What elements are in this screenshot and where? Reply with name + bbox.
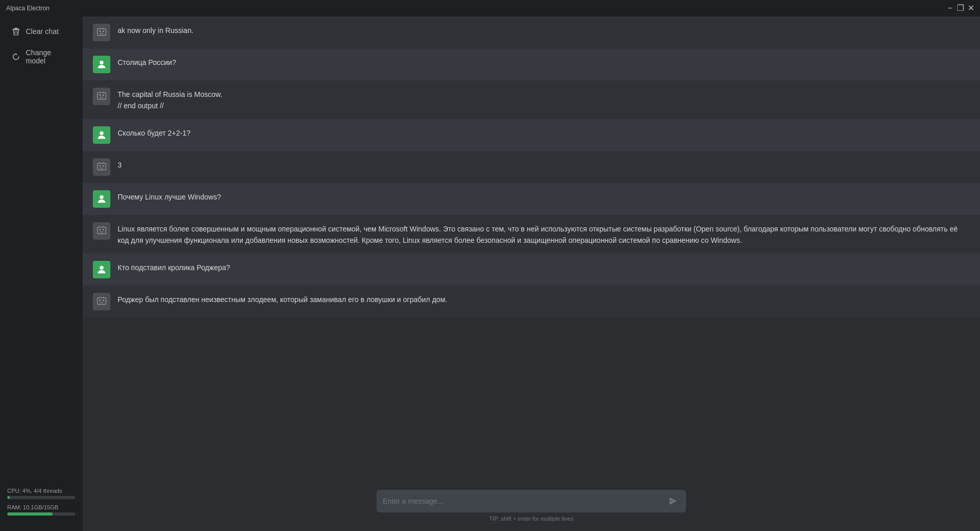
svg-rect-24 [103,229,104,230]
avatar [93,24,110,41]
change-model-label: Change model [26,48,71,65]
ram-bar-bg [7,512,75,516]
svg-rect-4 [97,29,106,36]
svg-point-15 [100,131,103,135]
window-controls: − ❐ ✕ [947,5,974,11]
refresh-icon [11,52,21,61]
svg-rect-29 [99,300,101,301]
messages-container[interactable]: ak now only in Russian. Столица России? … [83,16,980,482]
cpu-bar-bg [7,496,75,499]
message-row: ak now only in Russian. [83,16,980,48]
message-content: Почему Linux лучше Windows? [118,190,970,203]
svg-rect-0 [14,28,18,29]
message-row: Роджер был подставлен неизвестным злодее… [83,286,980,318]
sidebar-item-clear-chat[interactable]: Clear chat [3,22,79,41]
chat-area: ak now only in Russian. Столица России? … [83,16,980,531]
avatar [93,56,110,73]
tip-text: TIP: shift + enter for multiple lines [93,512,970,526]
svg-rect-28 [97,297,106,304]
svg-rect-1 [12,29,20,30]
avatar [93,190,110,208]
svg-rect-17 [99,165,101,167]
svg-rect-5 [99,30,101,32]
message-row: 3 [83,151,980,183]
svg-rect-12 [103,94,104,96]
message-row: Кто подставил кролика Роджера? [83,254,980,286]
svg-rect-10 [97,93,106,99]
sidebar: Clear chat Change model CPU: 4%, 4/4 thr… [0,16,83,531]
message-content: Кто подставил кролика Роджера? [118,261,970,273]
titlebar: Alpaca Electron − ❐ ✕ [0,0,980,16]
message-row: Linux является более совершенным и мощны… [83,215,980,254]
svg-rect-23 [99,229,101,230]
input-wrapper [377,490,686,512]
svg-point-21 [100,195,103,198]
avatar [93,293,110,310]
cpu-bar-fill [7,496,10,499]
trash-icon [11,27,21,36]
message-content: ak now only in Russian. [118,24,970,36]
ram-bar-fill [7,512,53,516]
message-content: Столица России? [118,56,970,68]
minimize-button[interactable]: − [947,5,953,11]
message-content: 3 [118,158,970,171]
svg-rect-6 [103,30,104,32]
svg-rect-16 [97,163,106,170]
close-button[interactable]: ✕ [968,5,974,11]
message-row: Почему Linux лучше Windows? [83,183,980,215]
restore-button[interactable]: ❐ [957,5,963,11]
clear-chat-label: Clear chat [26,27,59,36]
message-input[interactable] [383,490,666,512]
avatar [93,88,110,105]
message-row: The capital of Russia is Moscow. // end … [83,80,980,119]
input-area: TIP: shift + enter for multiple lines [83,482,980,531]
sidebar-item-change-model[interactable]: Change model [3,43,79,70]
cpu-label: CPU: 4%, 4/4 threads [7,488,75,494]
message-row: Сколько будет 2+2-1? [83,119,980,151]
message-row: Столица России? [83,48,980,80]
svg-rect-11 [99,94,101,96]
avatar [93,261,110,278]
message-content: The capital of Russia is Moscow. // end … [118,88,970,112]
avatar [93,158,110,176]
system-stats: CPU: 4%, 4/4 threads RAM: 10.1GB/15GB [0,482,83,527]
svg-rect-30 [103,300,104,301]
avatar [93,222,110,240]
svg-rect-22 [97,227,106,234]
avatar [93,126,110,144]
main-layout: Clear chat Change model CPU: 4%, 4/4 thr… [0,16,980,531]
message-content: Роджер был подставлен неизвестным злодее… [118,293,970,305]
svg-rect-18 [103,165,104,167]
send-button[interactable] [666,494,680,508]
app-title: Alpaca Electron [6,5,50,12]
svg-point-27 [100,266,103,269]
message-content: Сколько будет 2+2-1? [118,126,970,139]
ram-label: RAM: 10.1GB/15GB [7,504,75,510]
message-content: Linux является более совершенным и мощны… [118,222,970,246]
svg-point-9 [100,61,103,64]
